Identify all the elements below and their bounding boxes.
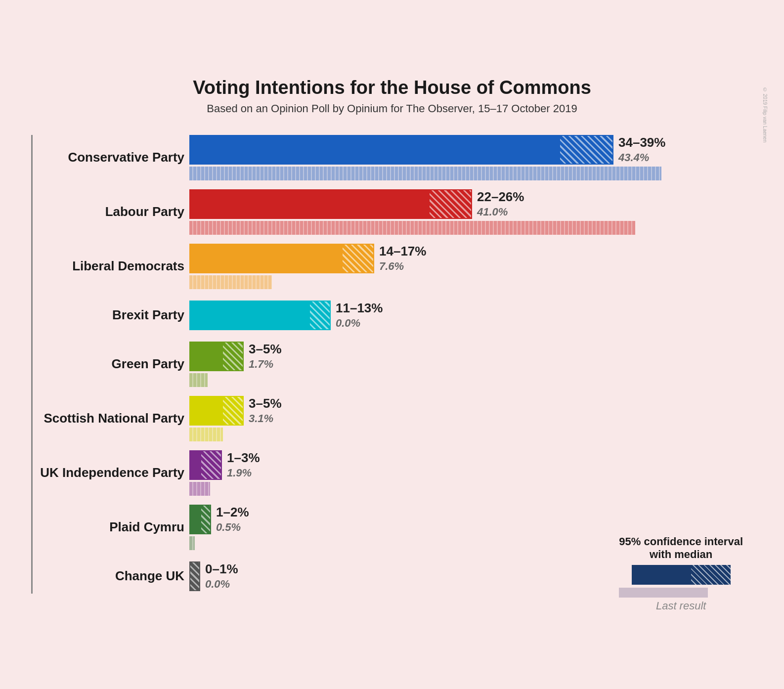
bar-hatched <box>200 505 211 534</box>
copyright-text: © 2019 Filip van Laenen <box>762 87 768 142</box>
range-label: 3–5%1.7% <box>249 342 282 371</box>
chart-title: Voting Intentions for the House of Commo… <box>31 77 753 98</box>
range-label: 14–17%7.6% <box>379 244 426 273</box>
bar-hatched <box>559 135 613 165</box>
bar-solid <box>189 135 559 165</box>
last-result-bar <box>189 167 661 180</box>
vertical-baseline <box>31 135 33 594</box>
bar-main-row: 22–26%41.0% <box>189 189 635 219</box>
bar-wrapper: 3–5%1.7% <box>189 342 282 387</box>
legend-hatched-bar <box>691 565 731 585</box>
bar-solid <box>189 396 222 426</box>
bar-wrapper: 11–13%0.0% <box>189 301 383 330</box>
legend-solid-bar <box>632 565 691 585</box>
bar-wrapper: 1–2%0.5% <box>189 505 249 550</box>
bar-row: Green Party3–5%1.7% <box>189 342 753 387</box>
party-label: Plaid Cymru <box>31 519 184 535</box>
last-result-bar <box>189 428 223 441</box>
party-label: Liberal Democrats <box>31 258 184 274</box>
bar-hatched <box>309 301 331 330</box>
party-label: UK Independence Party <box>31 465 184 480</box>
chart-container: © 2019 Filip van Laenen Voting Intention… <box>11 62 773 627</box>
chart-subtitle: Based on an Opinion Poll by Opinium for … <box>31 102 753 115</box>
bar-main-row: 34–39%43.4% <box>189 135 665 165</box>
party-label: Green Party <box>31 356 184 372</box>
last-result-bar <box>189 221 635 235</box>
party-label: Scottish National Party <box>31 411 184 426</box>
bar-hatched <box>222 342 244 371</box>
bar-main-row: 14–17%7.6% <box>189 244 426 273</box>
party-label: Conservative Party <box>31 150 184 165</box>
bar-row: Conservative Party34–39%43.4% <box>189 135 753 180</box>
party-label: Labour Party <box>31 204 184 219</box>
legend-last-label: Last result <box>619 600 743 612</box>
bars-area: Conservative Party34–39%43.4%Labour Part… <box>31 135 753 594</box>
last-result-bar <box>189 373 208 387</box>
bar-row: Liberal Democrats14–17%7.6% <box>189 244 753 289</box>
bar-wrapper: 1–3%1.9% <box>189 450 260 496</box>
legend-last-bar <box>619 588 708 598</box>
bar-main-row: 1–3%1.9% <box>189 450 260 480</box>
last-result-bar <box>189 482 210 496</box>
bar-hatched <box>222 396 244 426</box>
range-label: 3–5%3.1% <box>249 396 282 425</box>
last-result-bar <box>189 275 272 289</box>
bar-main-row: 3–5%3.1% <box>189 396 282 426</box>
range-label: 11–13%0.0% <box>336 301 383 330</box>
bar-wrapper: 34–39%43.4% <box>189 135 665 180</box>
bar-wrapper: 14–17%7.6% <box>189 244 426 289</box>
range-label: 22–26%41.0% <box>477 189 524 218</box>
bar-hatched <box>200 450 222 480</box>
bar-hatched <box>189 561 200 591</box>
bar-solid <box>189 450 200 480</box>
bar-main-row: 3–5%1.7% <box>189 342 282 371</box>
range-label: 0–1%0.0% <box>205 561 238 591</box>
legend-box: 95% confidence intervalwith median Last … <box>619 535 743 612</box>
bar-main-row: 0–1%0.0% <box>189 561 238 591</box>
bar-hatched <box>342 244 374 273</box>
bar-solid <box>189 189 429 219</box>
legend-bars <box>619 565 743 585</box>
range-label: 1–2%0.5% <box>216 505 249 534</box>
party-label: Change UK <box>31 568 184 584</box>
party-label: Brexit Party <box>31 307 184 323</box>
bar-wrapper: 3–5%3.1% <box>189 396 282 441</box>
bar-hatched <box>429 189 472 219</box>
bar-solid <box>189 505 200 534</box>
range-label: 34–39%43.4% <box>618 135 665 164</box>
bar-row: Scottish National Party3–5%3.1% <box>189 396 753 441</box>
bar-wrapper: 22–26%41.0% <box>189 189 635 235</box>
bar-row: UK Independence Party1–3%1.9% <box>189 450 753 496</box>
bar-row: Brexit Party11–13%0.0% <box>189 298 753 333</box>
bar-row: Labour Party22–26%41.0% <box>189 189 753 235</box>
legend-title: 95% confidence intervalwith median <box>619 535 743 561</box>
bar-main-row: 11–13%0.0% <box>189 301 383 330</box>
last-result-bar <box>189 536 195 550</box>
bar-solid <box>189 244 342 273</box>
bar-wrapper: 0–1%0.0% <box>189 561 238 591</box>
bar-solid <box>189 342 222 371</box>
bar-main-row: 1–2%0.5% <box>189 505 249 534</box>
bar-solid <box>189 301 309 330</box>
range-label: 1–3%1.9% <box>227 450 260 479</box>
